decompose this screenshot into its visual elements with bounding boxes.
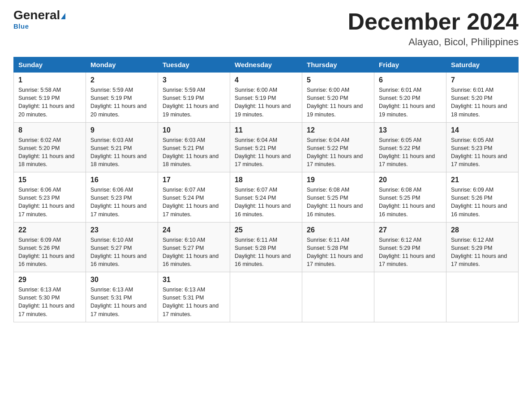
- calendar-cell: [302, 272, 374, 322]
- calendar-cell: 9Sunrise: 6:03 AMSunset: 5:21 PMDaylight…: [86, 122, 158, 172]
- calendar-cell: 13Sunrise: 6:05 AMSunset: 5:22 PMDayligh…: [374, 122, 446, 172]
- calendar-cell: 12Sunrise: 6:04 AMSunset: 5:22 PMDayligh…: [302, 122, 374, 172]
- day-info: Sunrise: 6:13 AMSunset: 5:31 PMDaylight:…: [90, 286, 153, 318]
- calendar-cell: 14Sunrise: 6:05 AMSunset: 5:23 PMDayligh…: [446, 122, 519, 172]
- day-number: 2: [90, 76, 153, 84]
- day-info: Sunrise: 6:08 AMSunset: 5:25 PMDaylight:…: [379, 186, 442, 218]
- calendar-cell: 6Sunrise: 6:01 AMSunset: 5:20 PMDaylight…: [374, 73, 446, 123]
- calendar-header-saturday: Saturday: [446, 57, 519, 73]
- calendar-cell: 7Sunrise: 6:01 AMSunset: 5:20 PMDaylight…: [446, 73, 519, 123]
- day-number: 16: [90, 176, 153, 184]
- day-number: 22: [18, 226, 81, 234]
- day-info: Sunrise: 5:58 AMSunset: 5:19 PMDaylight:…: [18, 86, 81, 119]
- logo: General Blue: [13, 9, 65, 30]
- calendar-cell: 4Sunrise: 6:00 AMSunset: 5:19 PMDaylight…: [230, 73, 302, 123]
- calendar-header-tuesday: Tuesday: [158, 57, 230, 73]
- day-info: Sunrise: 6:08 AMSunset: 5:25 PMDaylight:…: [307, 186, 369, 218]
- day-number: 19: [307, 176, 369, 184]
- calendar-cell: 11Sunrise: 6:04 AMSunset: 5:21 PMDayligh…: [230, 122, 302, 172]
- calendar-cell: 25Sunrise: 6:11 AMSunset: 5:28 PMDayligh…: [230, 222, 302, 272]
- calendar-cell: 8Sunrise: 6:02 AMSunset: 5:20 PMDaylight…: [14, 122, 86, 172]
- day-info: Sunrise: 6:01 AMSunset: 5:20 PMDaylight:…: [451, 86, 514, 119]
- day-number: 25: [235, 226, 297, 234]
- calendar-cell: 15Sunrise: 6:06 AMSunset: 5:23 PMDayligh…: [14, 172, 86, 223]
- day-info: Sunrise: 6:04 AMSunset: 5:22 PMDaylight:…: [307, 136, 369, 169]
- title-block: December 2024 Alayao, Bicol, Philippines: [348, 9, 519, 48]
- calendar-header-wednesday: Wednesday: [230, 57, 302, 73]
- day-number: 31: [163, 276, 225, 284]
- day-info: Sunrise: 6:05 AMSunset: 5:23 PMDaylight:…: [451, 136, 514, 169]
- day-info: Sunrise: 6:05 AMSunset: 5:22 PMDaylight:…: [379, 136, 442, 169]
- calendar-cell: 31Sunrise: 6:13 AMSunset: 5:31 PMDayligh…: [158, 272, 230, 322]
- calendar-cell: 30Sunrise: 6:13 AMSunset: 5:31 PMDayligh…: [86, 272, 158, 322]
- day-info: Sunrise: 6:11 AMSunset: 5:28 PMDaylight:…: [235, 236, 297, 269]
- day-number: 15: [18, 176, 81, 184]
- day-info: Sunrise: 5:59 AMSunset: 5:19 PMDaylight:…: [90, 86, 153, 119]
- calendar-cell: 3Sunrise: 5:59 AMSunset: 5:19 PMDaylight…: [158, 73, 230, 123]
- day-info: Sunrise: 6:11 AMSunset: 5:28 PMDaylight:…: [307, 236, 369, 269]
- calendar-cell: 10Sunrise: 6:03 AMSunset: 5:21 PMDayligh…: [158, 122, 230, 172]
- day-info: Sunrise: 6:13 AMSunset: 5:31 PMDaylight:…: [163, 286, 225, 318]
- day-info: Sunrise: 6:03 AMSunset: 5:21 PMDaylight:…: [90, 136, 153, 169]
- day-info: Sunrise: 6:00 AMSunset: 5:19 PMDaylight:…: [235, 86, 297, 119]
- day-info: Sunrise: 6:06 AMSunset: 5:23 PMDaylight:…: [18, 186, 81, 218]
- day-info: Sunrise: 6:01 AMSunset: 5:20 PMDaylight:…: [379, 86, 442, 119]
- calendar-header-monday: Monday: [86, 57, 158, 73]
- day-info: Sunrise: 6:06 AMSunset: 5:23 PMDaylight:…: [90, 186, 153, 218]
- day-info: Sunrise: 6:04 AMSunset: 5:21 PMDaylight:…: [235, 136, 297, 169]
- calendar-cell: 18Sunrise: 6:07 AMSunset: 5:24 PMDayligh…: [230, 172, 302, 223]
- day-number: 6: [379, 76, 442, 84]
- day-number: 12: [307, 126, 369, 134]
- calendar-cell: 22Sunrise: 6:09 AMSunset: 5:26 PMDayligh…: [14, 222, 86, 272]
- calendar-cell: 28Sunrise: 6:12 AMSunset: 5:29 PMDayligh…: [446, 222, 519, 272]
- calendar-cell: [374, 272, 446, 322]
- day-number: 27: [379, 226, 442, 234]
- day-info: Sunrise: 6:12 AMSunset: 5:29 PMDaylight:…: [451, 236, 514, 269]
- day-info: Sunrise: 6:07 AMSunset: 5:24 PMDaylight:…: [163, 186, 225, 218]
- calendar-cell: 1Sunrise: 5:58 AMSunset: 5:19 PMDaylight…: [14, 73, 86, 123]
- calendar-cell: 24Sunrise: 6:10 AMSunset: 5:27 PMDayligh…: [158, 222, 230, 272]
- page-header: General Blue December 2024 Alayao, Bicol…: [13, 9, 519, 48]
- day-info: Sunrise: 6:03 AMSunset: 5:21 PMDaylight:…: [163, 136, 225, 169]
- calendar-cell: 21Sunrise: 6:09 AMSunset: 5:26 PMDayligh…: [446, 172, 519, 223]
- day-number: 3: [163, 76, 225, 84]
- calendar-cell: 26Sunrise: 6:11 AMSunset: 5:28 PMDayligh…: [302, 222, 374, 272]
- day-info: Sunrise: 6:02 AMSunset: 5:20 PMDaylight:…: [18, 136, 81, 169]
- day-number: 29: [18, 276, 81, 284]
- day-number: 17: [163, 176, 225, 184]
- calendar-cell: 17Sunrise: 6:07 AMSunset: 5:24 PMDayligh…: [158, 172, 230, 223]
- day-number: 13: [379, 126, 442, 134]
- calendar-table: SundayMondayTuesdayWednesdayThursdayFrid…: [13, 57, 519, 322]
- day-number: 26: [307, 226, 369, 234]
- calendar-cell: 27Sunrise: 6:12 AMSunset: 5:29 PMDayligh…: [374, 222, 446, 272]
- day-number: 20: [379, 176, 442, 184]
- day-info: Sunrise: 6:09 AMSunset: 5:26 PMDaylight:…: [451, 186, 514, 218]
- day-number: 8: [18, 126, 81, 134]
- calendar-week-row: 1Sunrise: 5:58 AMSunset: 5:19 PMDaylight…: [14, 73, 519, 123]
- calendar-cell: 16Sunrise: 6:06 AMSunset: 5:23 PMDayligh…: [86, 172, 158, 223]
- calendar-header-thursday: Thursday: [302, 57, 374, 73]
- day-number: 23: [90, 226, 153, 234]
- calendar-cell: 23Sunrise: 6:10 AMSunset: 5:27 PMDayligh…: [86, 222, 158, 272]
- day-info: Sunrise: 6:12 AMSunset: 5:29 PMDaylight:…: [379, 236, 442, 269]
- calendar-week-row: 8Sunrise: 6:02 AMSunset: 5:20 PMDaylight…: [14, 122, 519, 172]
- month-title: December 2024: [348, 9, 519, 34]
- calendar-cell: 5Sunrise: 6:00 AMSunset: 5:20 PMDaylight…: [302, 73, 374, 123]
- calendar-cell: [230, 272, 302, 322]
- day-number: 9: [90, 126, 153, 134]
- calendar-header-friday: Friday: [374, 57, 446, 73]
- day-number: 5: [307, 76, 369, 84]
- calendar-week-row: 29Sunrise: 6:13 AMSunset: 5:30 PMDayligh…: [14, 272, 519, 322]
- day-info: Sunrise: 6:10 AMSunset: 5:27 PMDaylight:…: [163, 236, 225, 269]
- logo-blue: Blue: [13, 22, 29, 30]
- calendar-week-row: 15Sunrise: 6:06 AMSunset: 5:23 PMDayligh…: [14, 172, 519, 223]
- calendar-week-row: 22Sunrise: 6:09 AMSunset: 5:26 PMDayligh…: [14, 222, 519, 272]
- calendar-header-sunday: Sunday: [14, 57, 86, 73]
- day-number: 21: [451, 176, 514, 184]
- day-number: 4: [235, 76, 297, 84]
- day-number: 14: [451, 126, 514, 134]
- day-number: 7: [451, 76, 514, 84]
- day-number: 30: [90, 276, 153, 284]
- calendar-header-row: SundayMondayTuesdayWednesdayThursdayFrid…: [14, 57, 519, 73]
- day-info: Sunrise: 5:59 AMSunset: 5:19 PMDaylight:…: [163, 86, 225, 119]
